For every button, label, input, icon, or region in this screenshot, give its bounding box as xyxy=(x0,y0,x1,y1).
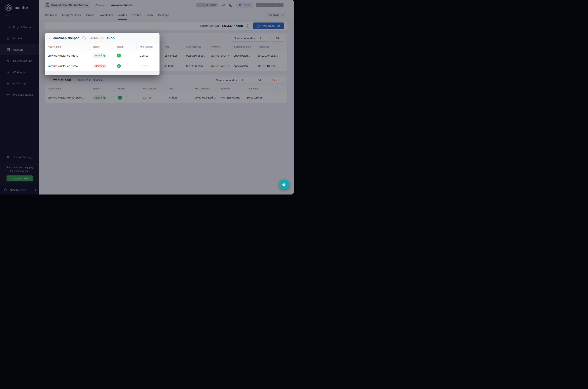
edit-pool-button[interactable]: Edit xyxy=(272,35,284,41)
sidebar-item-project-settings[interactable]: Project Settings xyxy=(0,89,39,100)
logo-text: palette xyxy=(15,5,28,10)
tab-events[interactable]: Events xyxy=(132,10,141,20)
tab-scan[interactable]: Scan xyxy=(146,10,153,20)
docs-button[interactable]: Docs xyxy=(236,2,253,8)
sidebar-item-project-overview[interactable]: Project Overview xyxy=(0,21,39,33)
health-check-icon: ✓ xyxy=(118,96,122,100)
chevron-down-icon[interactable] xyxy=(48,37,51,39)
sidebar-item-workspaces[interactable]: Workspaces xyxy=(0,66,39,78)
info-icon[interactable]: i xyxy=(82,36,85,40)
sidebar-item-tenant-settings[interactable]: Tenant Settings xyxy=(0,151,39,162)
breadcrumb-separator: / xyxy=(92,4,93,7)
sidebar-item-label: Cluster Groups xyxy=(13,59,32,63)
sidebar-item-label: Audit Logs xyxy=(13,82,27,85)
top-bar-right: 1.49/100kCh Docs xyxy=(196,2,290,8)
main-area: Project-ScaleSecureTutoria / Clusters / … xyxy=(39,0,294,194)
nodes-content: ESTIMATED RATE $0.337 / hour i + New Nod… xyxy=(39,20,294,103)
edit-pool-button[interactable]: Edit xyxy=(254,77,266,83)
control-plane-pool-card: control-plane-pool i Architecture: AMD64… xyxy=(45,33,287,71)
promo-text: Start small and only pay for what you us… xyxy=(3,165,36,173)
breadcrumb-clusters-link[interactable]: Clusters xyxy=(95,4,105,7)
network: VM-NETWORK xyxy=(208,54,231,57)
column-header: MAC address xyxy=(183,43,208,50)
tab-usage-costs[interactable]: Usage & Costs xyxy=(62,10,81,20)
column-header: K8s Version xyxy=(140,85,166,92)
worker-pool-card: worker-pool Architecture: AMD64 Number o… xyxy=(45,75,287,103)
upgrade-now-button[interactable]: Upgrade now xyxy=(6,175,33,181)
mac-address: 00:50:56:b8:5d:... xyxy=(192,96,218,99)
logo: palette xyxy=(0,0,39,12)
new-node-pool-label: New Node Pool xyxy=(262,24,281,28)
sidebar-item-label: Tenant Settings xyxy=(13,156,33,159)
tab-overview[interactable]: Overview xyxy=(45,10,57,20)
node-age: an hour xyxy=(166,96,192,99)
delete-pool-button[interactable]: Delete xyxy=(269,77,284,83)
settings-button[interactable]: Settings xyxy=(266,12,287,18)
private-ips: 10.10.140.133 xyxy=(255,65,278,67)
chat-icon[interactable] xyxy=(221,3,225,7)
chevron-down-icon[interactable] xyxy=(48,79,51,81)
usage-quota-text: 1.49/100kCh xyxy=(203,4,216,6)
info-icon[interactable]: i xyxy=(246,24,249,28)
sidebar-item-cluster-groups[interactable]: Cluster Groups xyxy=(0,55,39,66)
column-header: Status xyxy=(89,85,115,92)
breadcrumb-project-chip[interactable]: Project-ScaleSecureTutoria xyxy=(44,2,90,8)
node-name: vmware-cluster-worker-pool... xyxy=(45,96,89,99)
architecture-value: AMD64 xyxy=(107,37,116,40)
project-chart-icon xyxy=(45,3,50,7)
docs-label: Docs xyxy=(244,3,251,7)
tools-icon xyxy=(6,155,10,159)
usage-quota-pill[interactable]: 1.49/100kCh xyxy=(196,3,218,7)
pool-actions: Number of nodes 1 Edit Delete xyxy=(213,77,284,83)
breadcrumb-project: Project-ScaleSecureTutoria xyxy=(51,3,88,7)
table-row: vmware-cluster-cp-9rkc4 Deleting ✓ 1.27.… xyxy=(45,61,287,71)
private-ips: 10.10.146.182, 1... xyxy=(255,54,278,57)
sidebar-item-label: Project Overview xyxy=(13,26,34,29)
table-row: vmware-cluster-worker-pool... Running ✓ … xyxy=(45,92,287,103)
tab-profile[interactable]: Profile xyxy=(86,10,94,20)
k8s-version: 1.27.15 xyxy=(137,65,162,67)
orbit-icon xyxy=(6,70,10,74)
compass-icon[interactable] xyxy=(229,3,233,7)
sidebar-collapse-button[interactable]: ‹ xyxy=(35,188,36,192)
estimated-rate-value: $0.337 / hour xyxy=(222,24,243,28)
user-name-redacted[interactable] xyxy=(256,3,283,7)
brand-name-secondary: cloud xyxy=(20,188,26,192)
spectro-cloud-logo-icon xyxy=(3,188,8,192)
breadcrumb-separator: / xyxy=(107,4,109,7)
tab-backups[interactable]: Backups xyxy=(158,10,169,20)
column-header: Health xyxy=(115,85,140,92)
tab-nodes[interactable]: Nodes xyxy=(118,10,127,20)
sidebar-item-label: Profiles xyxy=(13,37,23,40)
doc-search-icon xyxy=(6,81,10,85)
node-table-header: Node Name Status Health K8s Version Age … xyxy=(45,85,287,92)
pool-actions: Number of nodes 1 Edit xyxy=(231,35,284,41)
nodes-count-input[interactable]: 1 xyxy=(239,77,251,83)
app-version: 4.4.20 xyxy=(0,12,39,17)
network: VM-NETWORK xyxy=(208,65,231,67)
node-graph-icon xyxy=(6,59,10,63)
search-fab-button[interactable] xyxy=(279,180,289,190)
nodes-count-input[interactable]: 1 xyxy=(257,35,269,41)
server-list-icon xyxy=(6,48,10,52)
number-of-nodes-control: Number of nodes 1 xyxy=(231,35,269,41)
k8s-version: 1.27.15 xyxy=(140,96,166,99)
sidebar-item-clusters[interactable]: Clusters xyxy=(0,44,39,55)
brand-name-primary: spectro xyxy=(10,188,19,192)
tab-workloads[interactable]: Workloads xyxy=(100,10,113,20)
chevron-down-icon[interactable] xyxy=(287,4,290,6)
column-header: Node Name xyxy=(45,85,89,92)
palette-logo-icon xyxy=(5,4,12,12)
gear-icon xyxy=(6,93,10,97)
app-window: palette 4.4.20 Project Overview Profiles xyxy=(0,0,294,194)
column-header: Health xyxy=(114,43,137,50)
sidebar-item-profiles[interactable]: Profiles xyxy=(0,33,39,44)
sidebar-item-audit-logs[interactable]: Audit Logs xyxy=(0,78,39,89)
column-header: MAC address xyxy=(192,85,218,92)
new-node-pool-button[interactable]: + New Node Pool xyxy=(253,23,284,29)
node-name: vmware-cluster-cp-kdz42 xyxy=(45,54,89,57)
mac-address: 00:50:56:b8:5... xyxy=(183,65,208,67)
breadcrumb-cluster-name: vmware-cluster xyxy=(111,3,133,7)
top-bar: Project-ScaleSecureTutoria / Clusters / … xyxy=(39,0,294,10)
column-header: Network xyxy=(218,85,244,92)
